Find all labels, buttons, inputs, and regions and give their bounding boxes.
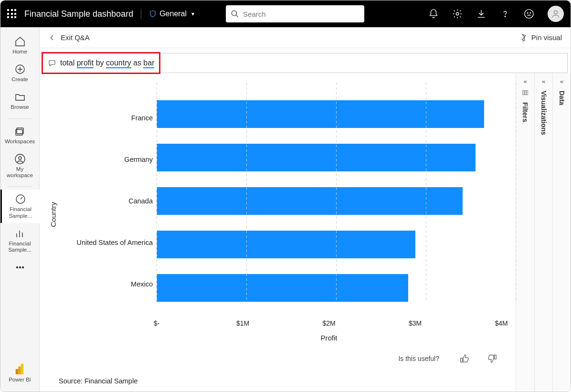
svg-rect-19 xyxy=(15,369,18,374)
bar[interactable] xyxy=(157,187,463,215)
nav-item-report[interactable]: Financial Sample... xyxy=(3,224,37,257)
global-search[interactable] xyxy=(226,5,364,22)
category-label: France xyxy=(61,114,153,122)
nav-item-dashboard[interactable]: Financial Sample... xyxy=(0,190,40,222)
nav-home[interactable]: Home xyxy=(3,32,37,59)
visualizations-panel[interactable]: « Visualizations xyxy=(534,73,552,392)
powerbi-logo-icon xyxy=(15,363,25,375)
bar[interactable] xyxy=(157,231,415,258)
exit-qna-label[interactable]: Exit Q&A xyxy=(61,33,90,42)
work-area: Country FranceGermanyCanadaUnited States… xyxy=(40,73,571,392)
back-icon[interactable] xyxy=(48,34,56,42)
svg-line-1 xyxy=(236,15,238,17)
filters-panel[interactable]: « Filters xyxy=(516,73,534,392)
chevron-down-icon: ▾ xyxy=(191,11,194,17)
svg-rect-21 xyxy=(525,90,526,95)
useful-prompt: Is this useful? xyxy=(398,355,439,362)
svg-point-7 xyxy=(554,11,558,14)
download-icon[interactable] xyxy=(476,9,486,19)
svg-point-6 xyxy=(530,12,530,13)
svg-rect-18 xyxy=(18,366,21,374)
svg-rect-22 xyxy=(527,90,528,95)
search-input[interactable] xyxy=(243,10,360,18)
svg-point-15 xyxy=(19,267,21,268)
home-icon xyxy=(14,36,26,47)
right-panels: « Filters « Visualizations « Data xyxy=(516,73,571,392)
nav-browse[interactable]: Browse xyxy=(3,87,37,114)
chevron-collapse-icon: « xyxy=(560,78,563,85)
search-icon xyxy=(231,10,239,18)
category-label: United States of America xyxy=(61,239,153,246)
svg-rect-17 xyxy=(21,364,23,374)
category-label: Germany xyxy=(61,156,153,163)
x-tick-label: $4M xyxy=(495,319,508,327)
ellipsis-icon xyxy=(14,262,26,273)
chart-area: Country FranceGermanyCanadaUnited States… xyxy=(40,73,516,392)
source-line: Source: Financial Sample xyxy=(49,371,516,392)
workspace-title: Financial Sample dashboard xyxy=(24,9,133,19)
plus-circle-icon xyxy=(14,64,26,75)
notifications-icon[interactable] xyxy=(428,9,439,19)
sensitivity-dropdown[interactable]: General ▾ xyxy=(149,10,194,18)
main-column: Exit Q&A Pin visual total profit by coun… xyxy=(40,27,571,392)
svg-point-16 xyxy=(22,267,23,268)
feedback-icon[interactable] xyxy=(524,9,534,19)
sensitivity-label: General xyxy=(159,10,187,18)
nav-powerbi-home[interactable]: Power BI xyxy=(3,359,37,387)
svg-point-3 xyxy=(505,16,505,17)
bar-chart-icon xyxy=(14,228,26,239)
svg-rect-20 xyxy=(523,90,524,95)
svg-point-2 xyxy=(456,12,459,15)
x-axis: $-$1M$2M$3M$4M xyxy=(157,319,501,332)
x-tick-label: $1M xyxy=(236,319,249,327)
qna-text: total profit by country as bar xyxy=(60,59,154,67)
category-label: Mexico xyxy=(61,280,153,288)
bar[interactable] xyxy=(157,274,408,302)
bar[interactable] xyxy=(157,144,476,171)
nav-my-workspace[interactable]: My workspace xyxy=(3,149,37,182)
thumbs-down-icon[interactable] xyxy=(487,353,497,364)
pin-visual-button[interactable]: Pin visual xyxy=(519,33,562,42)
qna-input-container: total profit by country as bar xyxy=(42,53,568,73)
person-circle-icon xyxy=(14,153,26,165)
global-header: Financial Sample dashboard General ▾ xyxy=(0,0,571,27)
thumbs-up-icon[interactable] xyxy=(459,353,470,364)
left-nav: Home Create Browse Workspaces My workspa… xyxy=(0,27,40,392)
bar[interactable] xyxy=(157,100,484,128)
pin-icon xyxy=(519,33,528,42)
x-axis-label: Profit xyxy=(157,332,501,347)
app-root: Financial Sample dashboard General ▾ xyxy=(0,0,571,392)
chart-canvas: Country FranceGermanyCanadaUnited States… xyxy=(49,83,516,347)
workspaces-icon xyxy=(14,126,26,137)
page-header: Exit Q&A Pin visual xyxy=(40,27,571,48)
folder-icon xyxy=(14,91,26,103)
y-axis-label: Country xyxy=(49,202,57,227)
app-body: Home Create Browse Workspaces My workspa… xyxy=(0,27,571,392)
account-avatar[interactable] xyxy=(548,6,564,22)
chart-footer: Is this useful? xyxy=(49,347,516,371)
svg-point-0 xyxy=(232,11,237,16)
x-tick-label: $- xyxy=(154,319,159,327)
shield-icon xyxy=(149,10,157,18)
nav-more[interactable] xyxy=(3,258,37,277)
x-tick-label: $2M xyxy=(322,319,335,327)
bars-container xyxy=(157,83,516,319)
header-actions xyxy=(428,6,564,22)
svg-point-5 xyxy=(528,12,528,13)
header-divider xyxy=(141,9,141,19)
chat-bubble-icon xyxy=(48,59,56,67)
help-icon[interactable] xyxy=(500,9,510,19)
svg-point-4 xyxy=(525,10,533,18)
y-axis-tick-labels: FranceGermanyCanadaUnited States of Amer… xyxy=(61,83,157,319)
svg-point-14 xyxy=(16,267,18,268)
x-tick-label: $3M xyxy=(409,319,422,327)
chevron-collapse-icon: « xyxy=(542,78,545,85)
app-launcher-icon[interactable] xyxy=(7,9,17,19)
nav-create[interactable]: Create xyxy=(3,60,37,86)
chart-plot: FranceGermanyCanadaUnited States of Amer… xyxy=(61,83,516,347)
chevron-collapse-icon: « xyxy=(523,78,527,85)
svg-point-12 xyxy=(19,157,21,159)
settings-icon[interactable] xyxy=(452,9,463,19)
data-panel[interactable]: « Data xyxy=(552,73,571,392)
nav-workspaces[interactable]: Workspaces xyxy=(3,122,37,148)
